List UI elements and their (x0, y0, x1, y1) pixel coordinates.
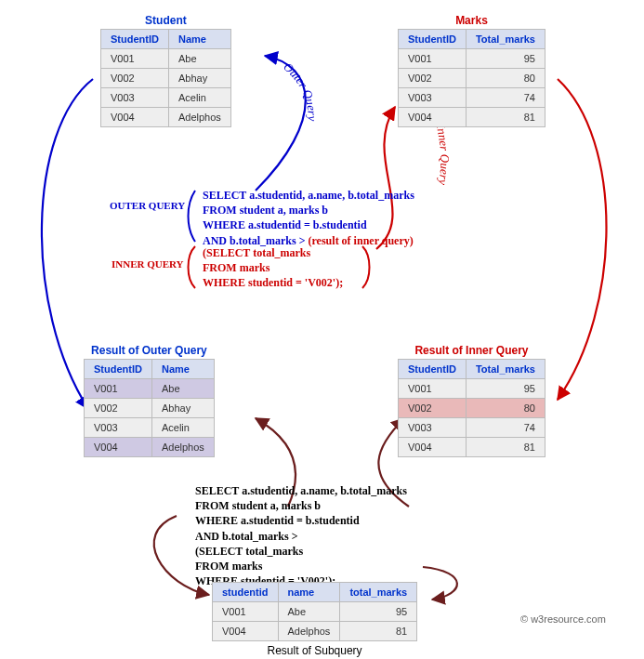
student-th-name: Name (168, 30, 230, 49)
inner-result-caption: Result of Inner Query (398, 344, 545, 357)
table-row: V00481 (399, 438, 545, 457)
svg-text:Outer Query: Outer Query (281, 59, 319, 121)
outer-query-side-label: OUTER QUERY (110, 200, 185, 211)
table-row: V004Adelphos81 (213, 622, 417, 641)
table-row: V001Abe (101, 49, 231, 69)
inner-query-text: (SELECT total_marks FROM marks WHERE stu… (203, 245, 343, 291)
outer-query-text: SELECT a.studentid, a.name, b.total_mark… (203, 188, 414, 248)
marks-caption: Marks (398, 14, 545, 27)
student-table: StudentID Name V001Abe V002Abhay V003Ace… (100, 29, 231, 127)
table-row: V003Acelin (101, 88, 231, 108)
marks-th-total: Total_marks (466, 30, 545, 49)
outer-result-block: Result of Outer Query StudentID Name V00… (84, 344, 215, 457)
inner-result-table: StudentID Total_marks V00195 V00280 V003… (398, 359, 545, 457)
table-row: V002Abhay (85, 399, 215, 418)
table-row: V00374 (399, 88, 545, 108)
student-table-block: Student StudentID Name V001Abe V002Abhay… (100, 14, 231, 127)
table-row: V00280 (399, 69, 545, 88)
table-row: V004Adelphos (85, 438, 215, 457)
inner-query-side-label: INNER QUERY (112, 258, 184, 270)
outer-result-caption: Result of Outer Query (84, 344, 215, 357)
table-row: V003Acelin (85, 418, 215, 438)
final-result-table: studentid name total_marks V001Abe95 V00… (212, 582, 417, 641)
svg-text:Inner Query: Inner Query (433, 122, 452, 186)
marks-th-id: StudentID (399, 30, 467, 49)
final-result-block: studentid name total_marks V001Abe95 V00… (212, 582, 417, 659)
final-result-caption: Result of Subquery (212, 644, 417, 657)
table-row: V002Abhay (101, 69, 231, 88)
student-caption: Student (100, 14, 231, 27)
table-row: V00195 (399, 379, 545, 399)
attribution-text: © w3resource.com (520, 613, 606, 625)
table-row: V004Adelphos (101, 108, 231, 127)
table-row: V00374 (399, 418, 545, 438)
student-th-id: StudentID (101, 30, 169, 49)
table-row: V001Abe95 (213, 602, 417, 622)
table-row: V001Abe (85, 379, 215, 399)
marks-table-block: Marks StudentID Total_marks V00195 V0028… (398, 14, 545, 127)
table-row: V00280 (399, 399, 545, 418)
full-query-text: SELECT a.studentid, a.name, b.total_mark… (195, 483, 407, 588)
table-row: V00481 (399, 108, 545, 127)
outer-result-table: StudentID Name V001Abe V002Abhay V003Ace… (84, 359, 215, 457)
marks-table: StudentID Total_marks V00195 V00280 V003… (398, 29, 545, 127)
table-row: V00195 (399, 49, 545, 69)
inner-result-block: Result of Inner Query StudentID Total_ma… (398, 344, 545, 457)
